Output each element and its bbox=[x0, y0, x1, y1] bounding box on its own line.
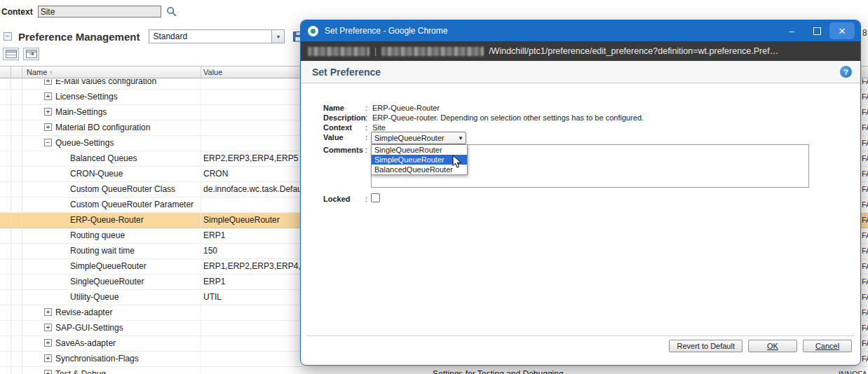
clipped-text-fragment: 8 bbox=[862, 28, 867, 38]
row-name-cell: +Test & Debug bbox=[22, 367, 201, 374]
expand-icon[interactable]: + bbox=[44, 354, 52, 362]
expand-icon[interactable]: + bbox=[44, 108, 52, 116]
expand-icon[interactable]: + bbox=[44, 79, 52, 85]
row-edge-fragment: FA bbox=[862, 105, 868, 120]
row-name: Test & Debug bbox=[55, 369, 106, 374]
row-gutter bbox=[11, 213, 22, 228]
row-edge-fragment: FA bbox=[862, 244, 868, 258]
row-name: Queue-Settings bbox=[55, 138, 114, 148]
row-gutter bbox=[0, 305, 11, 320]
close-button[interactable]: ✕ bbox=[829, 22, 855, 39]
expand-icon[interactable]: + bbox=[44, 308, 52, 316]
row-edge-fragment: FA bbox=[862, 321, 868, 335]
row-gutter bbox=[11, 120, 22, 135]
row-name: License-Settings bbox=[55, 92, 118, 102]
gutter-column-1 bbox=[0, 67, 11, 78]
expand-icon[interactable]: + bbox=[44, 123, 52, 131]
table-view-icon[interactable] bbox=[3, 48, 19, 60]
value-select-current: SimpleQueueRouter bbox=[372, 134, 456, 142]
row-name-cell: Custom QueueRouter Parameter bbox=[22, 198, 201, 212]
row-name-cell: Balanced Queues bbox=[22, 151, 201, 166]
row-gutter bbox=[0, 228, 11, 243]
row-edge-fragment: FA bbox=[862, 275, 868, 289]
row-name: Routing wait time bbox=[70, 246, 135, 256]
row-name: Utility-Queue bbox=[70, 292, 118, 302]
gutter-column-2 bbox=[11, 67, 22, 78]
row-name: Balanced Queues bbox=[70, 153, 137, 163]
help-icon[interactable]: ? bbox=[840, 66, 852, 78]
row-name-cell: +SaveAs-adapter bbox=[22, 336, 201, 351]
row-edge-fragment: FA bbox=[862, 167, 868, 181]
maximize-icon bbox=[813, 27, 821, 35]
sort-ascending-icon: ↑ bbox=[49, 69, 53, 76]
row-edge-fragment: FA bbox=[862, 213, 868, 228]
collapse-icon[interactable]: − bbox=[44, 139, 52, 146]
row-name-cell: Routing wait time bbox=[22, 244, 201, 258]
revert-to-default-button[interactable]: Revert to Default bbox=[669, 340, 742, 352]
expand-icon[interactable]: + bbox=[44, 339, 52, 347]
expand-all-icon[interactable] bbox=[23, 48, 39, 60]
row-name: Custom QueueRouter Class bbox=[70, 184, 175, 194]
maximize-button[interactable] bbox=[804, 22, 829, 39]
row-name-cell: +E-Mail values configuration bbox=[22, 79, 201, 89]
row-name-cell: Custom QueueRouter Class bbox=[22, 182, 201, 197]
row-edge-fragment: FA bbox=[862, 228, 868, 243]
chevron-down-icon[interactable]: ▾ bbox=[271, 30, 284, 43]
address-bar[interactable]: | /Windchill/ptc1/preference/edit_prefer… bbox=[301, 41, 860, 61]
field-context-value: Site bbox=[372, 123, 386, 132]
row-name: SimpleQueueRouter bbox=[70, 261, 147, 271]
row-name: SaveAs-adapter bbox=[55, 338, 116, 348]
row-gutter bbox=[11, 167, 22, 181]
row-gutter bbox=[0, 105, 11, 120]
row-name: E-Mail values configuration bbox=[55, 79, 156, 86]
context-label: Context bbox=[1, 7, 33, 17]
row-edge-fragment: FA bbox=[862, 336, 868, 351]
field-comments: Comments : bbox=[323, 146, 372, 154]
row-gutter bbox=[0, 244, 11, 258]
minimize-button[interactable]: – bbox=[779, 22, 804, 39]
row-gutter bbox=[0, 198, 11, 212]
row-gutter bbox=[11, 90, 22, 104]
row-name: Custom QueueRouter Parameter bbox=[70, 200, 194, 209]
row-edge-fragment: FA bbox=[862, 79, 868, 89]
expand-icon[interactable]: + bbox=[44, 324, 52, 331]
row-name-cell: −Queue-Settings bbox=[22, 136, 201, 151]
dialog-title: Set Preference bbox=[312, 67, 840, 78]
row-gutter bbox=[11, 151, 22, 166]
set-preference-window: Set Preference - Google Chrome – ✕ | /Wi… bbox=[300, 20, 861, 366]
page-title: Preference Management bbox=[18, 31, 140, 43]
view-dropdown-value: Standard bbox=[149, 32, 271, 41]
dropdown-option[interactable]: SingleQueueRouter bbox=[372, 145, 467, 155]
minimize-icon: – bbox=[789, 26, 794, 36]
expand-icon[interactable]: + bbox=[44, 370, 52, 374]
select-arrow-icon: ▼ bbox=[456, 135, 466, 141]
window-titlebar[interactable]: Set Preference - Google Chrome – ✕ bbox=[301, 20, 860, 41]
ok-button[interactable]: OK bbox=[748, 340, 797, 352]
view-dropdown[interactable]: Standard ▾ bbox=[149, 29, 285, 43]
row-edge-fragment: FA bbox=[862, 290, 868, 305]
expand-icon[interactable]: + bbox=[44, 92, 52, 100]
table-toolbar bbox=[3, 48, 39, 60]
column-header-name[interactable]: Name↑ bbox=[22, 67, 201, 78]
row-edge-fragment: FA bbox=[862, 182, 868, 197]
value-select[interactable]: SimpleQueueRouter ▼ bbox=[371, 132, 466, 144]
table-row[interactable]: +Test & DebugSettings for Testing and De… bbox=[0, 367, 868, 374]
row-name-cell: +Main-Settings bbox=[22, 105, 201, 120]
row-gutter bbox=[11, 244, 22, 258]
collapse-section-icon[interactable]: − bbox=[4, 32, 12, 41]
row-name-cell: +Synchronisation-Flags bbox=[22, 352, 201, 366]
row-gutter bbox=[0, 259, 11, 274]
search-icon[interactable] bbox=[166, 6, 177, 18]
row-gutter bbox=[11, 198, 22, 212]
row-gutter bbox=[11, 228, 22, 243]
row-name: Material BO configuration bbox=[55, 123, 150, 132]
row-gutter bbox=[0, 182, 11, 197]
row-edge-fragment: FA bbox=[862, 151, 868, 166]
field-description-value: ERP-Queue-router. Depending on selection… bbox=[372, 113, 644, 122]
url-separator: | bbox=[374, 46, 377, 56]
context-input[interactable] bbox=[38, 6, 161, 18]
locked-checkbox[interactable] bbox=[371, 193, 380, 202]
cancel-button[interactable]: Cancel bbox=[803, 340, 852, 352]
field-value: Value : bbox=[323, 133, 372, 141]
row-gutter bbox=[0, 367, 11, 374]
